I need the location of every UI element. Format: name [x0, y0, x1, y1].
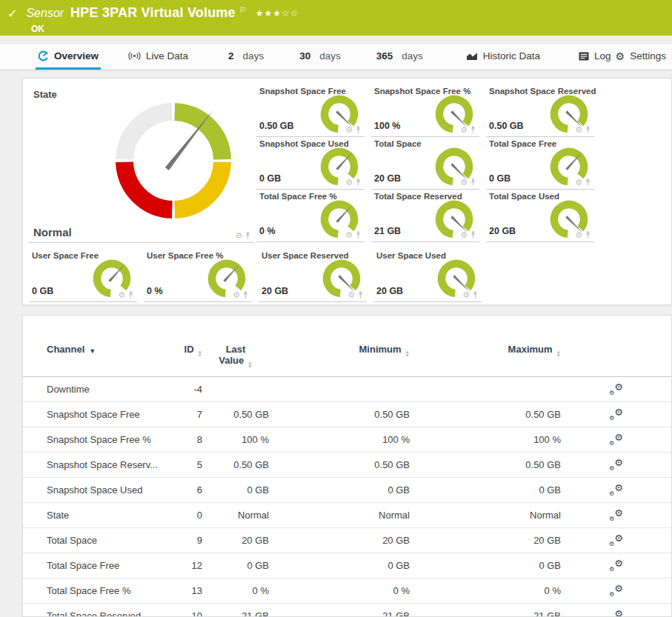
channel-gauge-cell[interactable]: Snapshot Space Reserved 0.50 GB ⚙ — [486, 84, 594, 137]
channel-maximum-cell: 20 GB — [410, 535, 561, 546]
channel-name-cell[interactable]: Snapshot Space Free — [47, 409, 173, 420]
channel-gauge-value: 100 % — [374, 121, 400, 131]
channel-name-cell[interactable]: Snapshot Space Reserv... — [47, 459, 173, 470]
gear-icon[interactable]: ⚙ — [235, 232, 242, 240]
channel-maximum-cell: Normal — [410, 510, 561, 521]
pin-icon[interactable] — [472, 291, 479, 299]
channel-gauge-cell[interactable]: Snapshot Space Free 0.50 GB ⚙ — [256, 84, 365, 137]
sensor-header-line: ✓ Sensor HPE 3PAR Virtual Volume ⚐ ★★★☆☆ — [0, 0, 672, 21]
channel-settings-icon[interactable]: ⚙⚙ — [608, 383, 623, 396]
gear-icon[interactable]: ⚙ — [233, 291, 240, 299]
channel-table-row: State 0 Normal Normal Normal ⚙⚙ — [23, 503, 671, 528]
pin-icon[interactable] — [244, 232, 251, 240]
column-header-maximum[interactable]: Maximum▲▼ — [410, 344, 561, 356]
pin-icon[interactable] — [585, 231, 591, 239]
channel-gauge-cell[interactable]: User Space Free % 0 % ⚙ — [144, 249, 252, 302]
pin-icon[interactable] — [470, 179, 476, 187]
tab-log[interactable]: Log — [576, 44, 613, 70]
tab-30-days[interactable]: 30days — [297, 44, 343, 70]
channel-name-cell[interactable]: Downtime — [47, 384, 173, 395]
channel-last-value-cell: 0 % — [202, 585, 269, 596]
channel-table-row: Snapshot Space Free 7 0.50 GB 0.50 GB 0.… — [23, 402, 671, 427]
channel-gauge-cell[interactable]: Total Space Free 0 GB ⚙ — [486, 137, 594, 190]
channel-name-cell[interactable]: Snapshot Space Used — [47, 484, 173, 496]
channel-gauge-cell[interactable]: Total Space 20 GB ⚙ — [371, 137, 479, 190]
channel-gauge-cell[interactable]: Snapshot Space Used 0 GB ⚙ — [256, 137, 365, 190]
gauge-cell-actions: ⚙ — [347, 291, 364, 299]
gauge-cell-actions: ⚙ — [233, 291, 249, 299]
sort-icon: ▲▼ — [198, 350, 202, 357]
pin-icon[interactable] — [357, 291, 364, 299]
channel-settings-icon[interactable]: ⚙⚙ — [608, 433, 623, 447]
column-header-id[interactable]: ID▲▼ — [173, 344, 202, 356]
channel-name-cell[interactable]: Total Space Free % — [47, 585, 173, 596]
channel-name-cell[interactable]: State — [47, 510, 173, 521]
tab-historic-data[interactable]: Historic Data — [464, 44, 542, 70]
pin-icon[interactable] — [355, 231, 362, 239]
tab-label: days — [402, 50, 423, 61]
channel-settings-icon[interactable]: ⚙⚙ — [608, 408, 623, 421]
tab-2-days[interactable]: 2days — [226, 44, 266, 70]
channel-maximum-cell: 100 % — [410, 434, 561, 445]
gear-icon[interactable]: ⚙ — [575, 231, 582, 239]
gear-icon[interactable]: ⚙ — [575, 179, 582, 187]
channel-gauge-cell[interactable]: Total Space Free % 0 % ⚙ — [256, 190, 365, 242]
channel-gauge-cell[interactable]: User Space Used 20 GB ⚙ — [373, 249, 482, 302]
tab-365-days[interactable]: 365days — [374, 44, 425, 70]
channel-minimum-cell: 0 GB — [269, 484, 410, 496]
channel-gauge-row: User Space Free 0 GB ⚙ User Space Free %… — [29, 249, 488, 302]
gauge-cell-actions: ⚙ — [345, 179, 362, 187]
pin-icon[interactable] — [127, 291, 134, 299]
channel-settings-icon[interactable]: ⚙⚙ — [608, 610, 623, 617]
column-header-last-value[interactable]: LastValue▲▼ — [202, 344, 269, 367]
pin-icon[interactable] — [470, 126, 476, 134]
channel-id-cell: 13 — [173, 585, 202, 596]
tab-settings[interactable]: ⚙ Settings — [613, 44, 668, 70]
channel-name-cell[interactable]: Total Space Reserved — [47, 610, 173, 617]
gauge-cell-actions: ⚙ — [235, 232, 251, 240]
gear-icon[interactable]: ⚙ — [575, 126, 582, 134]
tab-overview[interactable]: Overview — [36, 44, 101, 70]
channel-gauge-value: 0 GB — [259, 173, 281, 184]
channel-settings-icon[interactable]: ⚙⚙ — [608, 534, 623, 547]
channel-name-cell[interactable]: Total Space — [47, 535, 173, 546]
pin-icon[interactable] — [355, 179, 362, 187]
channel-gauge-cell[interactable]: User Space Free 0 GB ⚙ — [29, 249, 137, 302]
channel-settings-icon[interactable]: ⚙⚙ — [608, 484, 623, 497]
channel-name-cell[interactable]: Snapshot Space Free % — [47, 434, 173, 445]
pin-icon[interactable] — [585, 126, 591, 134]
gear-icon[interactable]: ⚙ — [460, 126, 468, 134]
gear-icon[interactable]: ⚙ — [345, 126, 353, 134]
channel-gauge-cell[interactable]: Total Space Reserved 21 GB ⚙ — [371, 190, 479, 242]
flag-icon[interactable]: ⚐ — [239, 5, 247, 15]
state-gauge-cell[interactable]: State Normal ⚙ — [29, 84, 254, 243]
pin-icon[interactable] — [585, 179, 591, 187]
tab-number: 2 — [228, 50, 234, 61]
channel-table-row: Snapshot Space Free % 8 100 % 100 % 100 … — [23, 427, 671, 453]
pin-icon[interactable] — [355, 126, 362, 134]
channel-settings-cell: ⚙⚙ — [608, 383, 623, 396]
channel-settings-icon[interactable]: ⚙⚙ — [608, 509, 623, 522]
channel-last-value-cell: Normal — [202, 510, 269, 521]
channel-gauge-cell[interactable]: Snapshot Space Free % 100 % ⚙ — [371, 84, 479, 137]
channel-settings-icon[interactable]: ⚙⚙ — [608, 559, 623, 573]
tab-live-data[interactable]: Live Data — [126, 44, 190, 70]
channel-gauge-cell[interactable]: Total Space Used 20 GB ⚙ — [486, 190, 594, 242]
pin-icon[interactable] — [242, 291, 249, 299]
channel-settings-icon[interactable]: ⚙⚙ — [608, 584, 623, 598]
gear-icon[interactable]: ⚙ — [347, 291, 355, 299]
gear-icon[interactable]: ⚙ — [460, 231, 468, 239]
gear-icon[interactable]: ⚙ — [460, 179, 468, 187]
gear-icon[interactable]: ⚙ — [462, 291, 470, 299]
column-header-channel[interactable]: Channel▼ — [47, 344, 173, 356]
pin-icon[interactable] — [470, 231, 476, 239]
channel-id-cell: 9 — [173, 535, 202, 546]
channel-name-cell[interactable]: Total Space Free — [47, 560, 173, 571]
gear-icon[interactable]: ⚙ — [118, 291, 125, 299]
gear-icon[interactable]: ⚙ — [345, 231, 353, 239]
column-header-minimum[interactable]: Minimum▲▼ — [269, 344, 410, 356]
priority-stars[interactable]: ★★★☆☆ — [256, 8, 299, 19]
channel-gauge-cell[interactable]: User Space Reserved 20 GB ⚙ — [259, 249, 367, 302]
gear-icon[interactable]: ⚙ — [345, 179, 353, 187]
channel-settings-icon[interactable]: ⚙⚙ — [608, 458, 623, 472]
